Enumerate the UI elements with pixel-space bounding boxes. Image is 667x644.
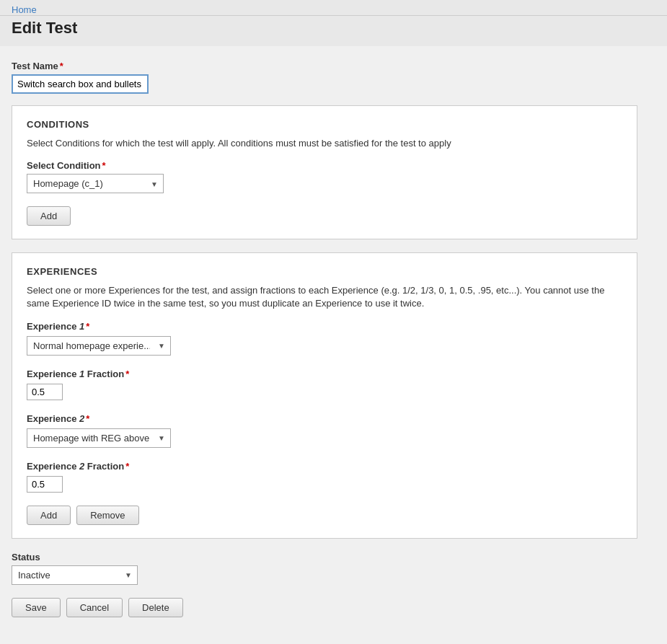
experience-2-select[interactable]: Homepage with REG above... Other Experie… [27, 428, 171, 448]
experiences-actions: Add Remove [27, 506, 622, 525]
experience-1-fraction-label: Experience 1 Fraction* [27, 369, 622, 379]
condition-select[interactable]: Homepage (c_1) Other Condition [27, 174, 164, 193]
delete-button[interactable]: Delete [128, 598, 183, 617]
conditions-title: CONDITIONS [27, 119, 622, 130]
cancel-button[interactable]: Cancel [66, 598, 123, 617]
experiences-remove-button[interactable]: Remove [76, 506, 138, 525]
save-button[interactable]: Save [12, 598, 61, 617]
test-name-field-group: Test Name* [12, 61, 637, 94]
experience-2-select-wrapper: Homepage with REG above... Other Experie… [27, 428, 171, 448]
experience-2-label: Experience 2* [27, 413, 622, 424]
experience-1-select-wrapper: Normal homepage experie... Other Experie… [27, 336, 171, 356]
experience-2-row: Experience 2* Homepage with REG above...… [27, 413, 622, 448]
conditions-description: Select Conditions for which the test wil… [27, 137, 622, 150]
status-label: Status [12, 552, 637, 563]
experience-1-fraction-input[interactable] [27, 384, 63, 400]
condition-select-wrapper: Homepage (c_1) Other Condition [27, 174, 164, 193]
page-title: Edit Test [12, 19, 77, 37]
experience-2-fraction-label: Experience 2 Fraction* [27, 461, 622, 472]
experience-2-fraction-row: Experience 2 Fraction* [27, 461, 622, 493]
status-select-wrapper: Inactive Active [12, 565, 138, 585]
experiences-title: EXPERIENCES [27, 266, 622, 277]
form-actions: Save Cancel Delete [12, 598, 637, 617]
experiences-panel: EXPERIENCES Select one or more Experienc… [12, 252, 637, 538]
conditions-actions: Add [27, 206, 622, 226]
experience-1-fraction-row: Experience 1 Fraction* [27, 369, 622, 400]
test-name-input[interactable] [12, 74, 149, 94]
home-link[interactable]: Home [12, 4, 37, 15]
select-condition-label: Select Condition* [27, 160, 622, 171]
page-title-bar: Edit Test [0, 16, 667, 46]
experience-1-label: Experience 1* [27, 321, 622, 332]
test-name-label: Test Name* [12, 61, 637, 71]
experience-2-fraction-input[interactable] [27, 476, 63, 493]
conditions-add-button[interactable]: Add [27, 206, 71, 226]
experiences-description: Select one or more Experiences for the t… [27, 284, 622, 310]
experiences-add-button[interactable]: Add [27, 506, 71, 525]
experience-1-row: Experience 1* Normal homepage experie...… [27, 321, 622, 356]
experience-1-select[interactable]: Normal homepage experie... Other Experie… [27, 336, 171, 356]
status-select[interactable]: Inactive Active [12, 565, 138, 585]
breadcrumb-bar: Home [0, 0, 667, 16]
select-condition-group: Select Condition* Homepage (c_1) Other C… [27, 160, 622, 193]
status-section: Status Inactive Active [12, 552, 637, 585]
conditions-panel: CONDITIONS Select Conditions for which t… [12, 105, 637, 239]
